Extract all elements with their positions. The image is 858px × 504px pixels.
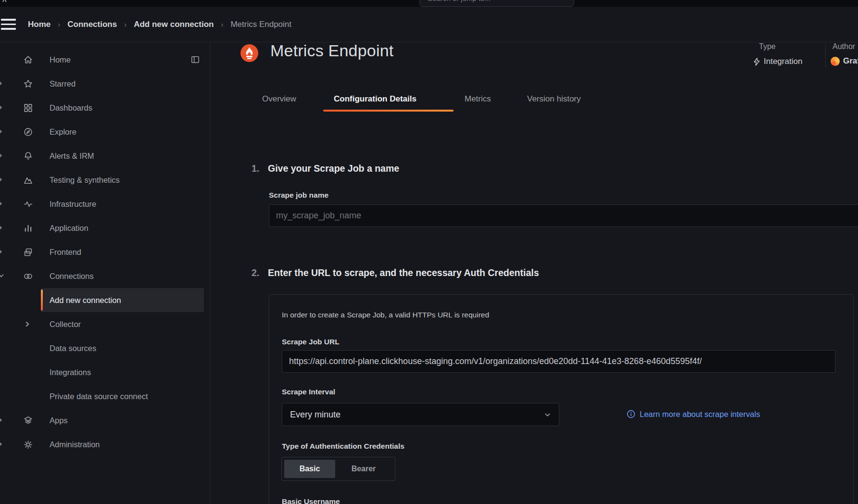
chevron-right-icon: [0, 249, 3, 255]
sidebar-item-label: Home: [50, 55, 71, 64]
scrape-job-name-label: Scrape job name: [269, 191, 328, 200]
breadcrumb: Home › Connections › Add new connection …: [28, 20, 291, 29]
sidebar-item-frontend[interactable]: Frontend: [0, 240, 210, 264]
sidebar-item-label: Data sources: [50, 344, 96, 353]
sidebar-item-apps[interactable]: Apps: [0, 408, 210, 432]
https-required-info-text: In order to create a Scrape Job, a valid…: [282, 311, 489, 319]
header-divider: [825, 44, 826, 67]
page-title: Metrics Endpoint: [270, 41, 393, 60]
compass-icon: [21, 127, 35, 137]
chevron-right-icon: [0, 201, 3, 207]
scrape-job-url-input[interactable]: [282, 350, 835, 373]
sidebar-item-collector[interactable]: Collector: [0, 312, 210, 336]
sidebar-item-home[interactable]: Home: [0, 48, 210, 72]
scrape-interval-select[interactable]: Every minute: [282, 403, 559, 426]
bell-icon: [21, 151, 35, 161]
sidebar-item-label: Integrations: [50, 368, 91, 377]
sidebar-item-label: Private data source connect: [50, 392, 148, 401]
breadcrumb-connections[interactable]: Connections: [67, 20, 117, 29]
chevron-right-icon: [0, 441, 3, 447]
chevron-right-icon: [0, 176, 3, 183]
breadcrumb-current-page: Metrics Endpoint: [230, 20, 291, 29]
learn-more-scrape-intervals-link[interactable]: Learn more about scrape intervals: [627, 407, 760, 421]
scrape-job-name-input[interactable]: [269, 204, 858, 227]
sidebar-item-private-data-source-connect[interactable]: Private data source connect: [0, 384, 210, 408]
sidebar-item-testing-synthetics[interactable]: Testing & synthetics: [0, 168, 210, 192]
type-value: Integration: [753, 57, 802, 66]
sidebar-item-data-sources[interactable]: Data sources: [0, 336, 210, 360]
layers-icon: [21, 416, 35, 426]
browser-windows-icon: [21, 247, 35, 257]
sidebar-item-starred[interactable]: Starred: [0, 72, 210, 96]
search-input[interactable]: Search or jump to...: [419, 0, 574, 7]
chevron-right-icon: [0, 80, 3, 87]
sidebar-item-label: Testing & synthetics: [50, 176, 120, 185]
sidebar-item-administration[interactable]: Administration: [0, 432, 210, 456]
home-icon: [21, 55, 35, 65]
chevron-down-icon: [0, 273, 4, 279]
auth-type-segmented-control: Basic Bearer: [281, 457, 395, 481]
linked-rings-icon: [21, 271, 35, 281]
dock-sidebar-icon[interactable]: [190, 55, 200, 64]
chevron-right-icon: ›: [124, 20, 126, 28]
breadcrumb-add-new-connection[interactable]: Add new connection: [134, 20, 214, 29]
info-icon: [627, 410, 635, 418]
breadcrumb-home[interactable]: Home: [28, 20, 50, 29]
tab-metrics[interactable]: Metrics: [465, 94, 491, 104]
chevron-right-icon: [24, 321, 31, 328]
sidebar-item-label: Administration: [50, 440, 100, 449]
chevron-down-icon: [544, 411, 551, 418]
section-1-number: 1.: [252, 163, 259, 174]
pulse-icon: [21, 199, 35, 209]
type-value-text: Integration: [764, 57, 802, 66]
sidebar-item-alerts-irm[interactable]: Alerts & IRM: [0, 144, 210, 168]
sidebar-item-label: Infrastructure: [50, 200, 96, 209]
lightning-bolt-icon: [753, 58, 760, 66]
sidebar-nav: Home Starred Dashboards Explore Alerts &…: [0, 42, 210, 504]
hamburger-menu-icon[interactable]: [1, 19, 16, 30]
auth-type-label: Type of Authentication Credentials: [282, 442, 404, 451]
bar-chart-icon: [21, 223, 35, 233]
sidebar-item-explore[interactable]: Explore: [0, 120, 210, 144]
dashboards-grid-icon: [21, 103, 35, 113]
sidebar-item-connections[interactable]: Connections: [0, 264, 210, 288]
active-tab-underline: [323, 110, 454, 112]
sidebar-item-integrations[interactable]: Integrations: [0, 360, 210, 384]
author-column-label: Author: [833, 42, 855, 51]
mountain-k6-icon: [21, 175, 35, 185]
chevron-right-icon: [0, 128, 3, 135]
section-2-number: 2.: [252, 267, 259, 278]
author-value-text: Grafana: [843, 56, 858, 66]
prometheus-logo-icon: [240, 44, 258, 62]
section-1-heading: Give your Scrape Job a name: [268, 163, 399, 174]
sidebar-item-dashboards[interactable]: Dashboards: [0, 96, 210, 120]
sidebar-item-add-new-connection[interactable]: Add new connection: [0, 288, 210, 312]
sidebar-item-label: Alerts & IRM: [50, 151, 94, 161]
grafana-metrics-endpoint-page: { "topbar": { "search_placeholder": "Sea…: [0, 0, 858, 504]
learn-more-link-text: Learn more about scrape intervals: [640, 410, 760, 419]
tab-configuration-details[interactable]: Configuration Details: [334, 94, 416, 104]
chevron-right-icon: [0, 104, 3, 111]
sidebar-item-application[interactable]: Application: [0, 216, 210, 240]
selected-item-accent-bar: [41, 290, 43, 311]
auth-bearer-button[interactable]: Bearer: [335, 460, 392, 478]
basic-username-label: Basic Username: [282, 497, 340, 504]
auth-basic-button[interactable]: Basic: [284, 460, 335, 478]
type-column-label: Type: [759, 42, 776, 51]
chevron-right-icon: [0, 225, 3, 231]
scrape-interval-value: Every minute: [290, 410, 341, 420]
section-2-heading: Enter the URL to scrape, and the necessa…: [268, 267, 539, 278]
chevron-right-icon: [0, 417, 3, 423]
sidebar-item-infrastructure[interactable]: Infrastructure: [0, 192, 210, 216]
chevron-right-icon: ›: [221, 20, 223, 28]
sidebar-item-label: Frontend: [50, 248, 81, 257]
sidebar-item-label: Connections: [50, 272, 94, 281]
author-value: Grafana: [831, 56, 858, 66]
sidebar-item-label: Collector: [50, 320, 81, 329]
tab-overview[interactable]: Overview: [262, 94, 296, 104]
sidebar-item-label: Starred: [50, 79, 76, 88]
sidebar-item-label: Apps: [50, 416, 68, 425]
tab-version-history[interactable]: Version history: [527, 94, 581, 104]
sidebar-item-label: Application: [50, 224, 88, 233]
scrape-job-url-label: Scrape Job URL: [282, 338, 340, 346]
